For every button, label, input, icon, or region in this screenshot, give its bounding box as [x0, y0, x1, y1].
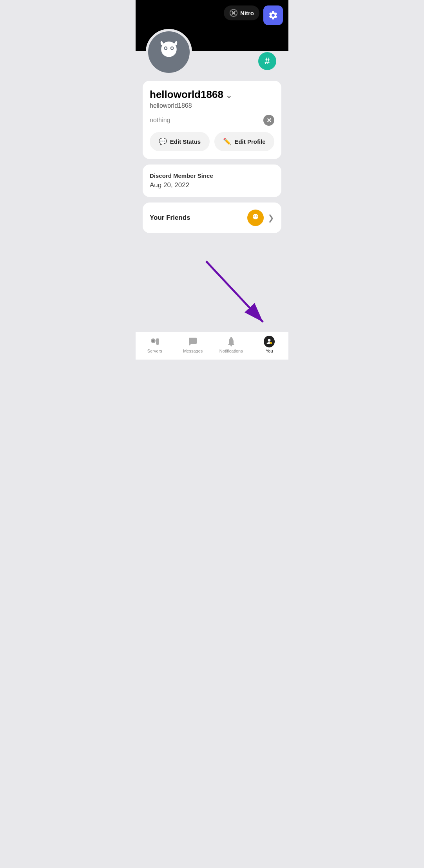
- friends-card[interactable]: Your Friends ❯: [143, 203, 281, 233]
- edit-profile-button[interactable]: ✏️ Edit Profile: [214, 132, 274, 151]
- username: helloworld1868: [150, 89, 223, 101]
- action-buttons: 💬 Edit Status ✏️ Edit Profile: [150, 132, 274, 151]
- chevron-right-icon: ❯: [268, 213, 274, 222]
- bottom-nav: Servers Messages Notifications: [136, 332, 288, 360]
- you-avatar: ☺: [264, 336, 275, 347]
- nitro-label: Nitro: [240, 10, 254, 16]
- pencil-icon: ✏️: [223, 137, 231, 146]
- member-since-label: Discord Member Since: [150, 172, 274, 179]
- messages-label: Messages: [183, 349, 203, 353]
- svg-point-15: [152, 340, 154, 342]
- nav-item-messages[interactable]: Messages: [174, 336, 212, 353]
- avatar-container: [146, 29, 192, 75]
- arrow-area: [136, 246, 288, 332]
- handle: helloworld1868: [150, 102, 274, 109]
- svg-point-11: [256, 216, 257, 217]
- svg-line-13: [206, 261, 263, 322]
- status-row: nothing ✕: [150, 115, 274, 126]
- hashtag-badge[interactable]: #: [257, 51, 277, 71]
- settings-button[interactable]: [263, 5, 283, 25]
- friends-right: ❯: [247, 210, 274, 226]
- friends-label: Your Friends: [150, 214, 190, 222]
- member-since-date: Aug 20, 2022: [150, 181, 274, 189]
- you-icon: ☺: [264, 336, 275, 347]
- svg-point-5: [165, 47, 167, 49]
- friend-avatar: [247, 210, 264, 226]
- edit-status-button[interactable]: 💬 Edit Status: [150, 132, 210, 151]
- top-row: #: [143, 51, 281, 75]
- nav-item-notifications[interactable]: Notifications: [212, 336, 250, 353]
- gear-icon: [268, 10, 278, 20]
- profile-area: # helloworld1868 ⌄ helloworld1868 nothin…: [136, 51, 288, 246]
- nitro-icon: [229, 9, 238, 17]
- messages-icon: [187, 336, 198, 347]
- svg-point-6: [171, 47, 173, 49]
- notifications-label: Notifications: [219, 349, 243, 353]
- username-row: helloworld1868 ⌄: [150, 89, 274, 101]
- nav-item-servers[interactable]: Servers: [136, 336, 174, 353]
- friend-avatar-icon: [250, 213, 261, 223]
- svg-point-19: [268, 339, 271, 342]
- edit-status-label: Edit Status: [170, 138, 201, 145]
- svg-rect-16: [156, 338, 159, 345]
- svg-point-10: [254, 216, 255, 217]
- speech-bubble-icon: 💬: [159, 137, 167, 146]
- svg-point-1: [232, 12, 235, 14]
- servers-label: Servers: [147, 349, 162, 353]
- svg-point-7: [253, 214, 258, 219]
- edit-profile-label: Edit Profile: [234, 138, 265, 145]
- svg-text:☺: ☺: [270, 342, 272, 345]
- member-card: Discord Member Since Aug 20, 2022: [143, 165, 281, 197]
- svg-point-17: [230, 345, 232, 347]
- notifications-icon: [226, 336, 237, 347]
- svg-rect-18: [230, 337, 232, 338]
- you-label: You: [266, 349, 273, 353]
- hashtag-symbol: #: [265, 56, 270, 67]
- avatar-icon: [155, 38, 183, 66]
- avatar: [146, 29, 192, 75]
- chevron-down-icon[interactable]: ⌄: [226, 90, 232, 100]
- info-card: helloworld1868 ⌄ helloworld1868 nothing …: [143, 81, 281, 159]
- hashtag-badge-area: #: [257, 51, 277, 71]
- clear-status-button[interactable]: ✕: [263, 115, 274, 126]
- status-text: nothing: [150, 117, 170, 124]
- servers-icon: [149, 336, 160, 347]
- nav-item-you[interactable]: ☺ You: [250, 336, 289, 353]
- you-avatar-icon: ☺: [265, 338, 273, 345]
- nitro-button[interactable]: Nitro: [224, 5, 259, 20]
- annotation-arrow: [198, 253, 277, 332]
